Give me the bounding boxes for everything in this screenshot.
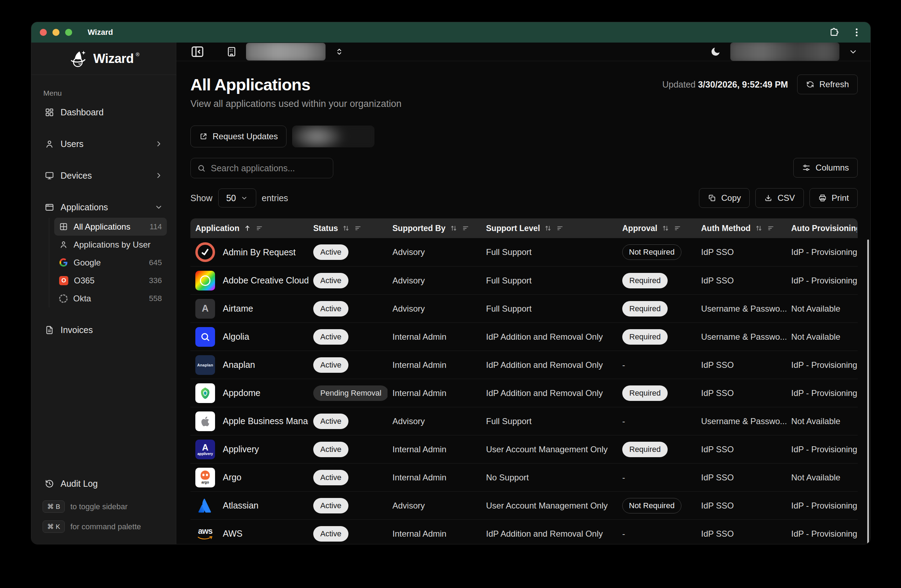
application-cell: Apple Business Manage bbox=[190, 411, 308, 431]
application-cell: Algolia bbox=[190, 327, 308, 347]
minimize-window-button[interactable] bbox=[53, 29, 59, 36]
status-badge: Required bbox=[622, 442, 668, 457]
table-row[interactable]: AppdomePending RemovalInternal AdminIdP … bbox=[190, 379, 858, 407]
status-cell: Active bbox=[308, 414, 388, 429]
column-header-auto-provisioning[interactable]: Auto Provisioning bbox=[786, 224, 857, 233]
vertical-scrollbar[interactable] bbox=[867, 240, 869, 544]
aws-wordmark: aws bbox=[198, 527, 212, 535]
page-title: All Applications bbox=[190, 75, 310, 94]
no-value-dash: - bbox=[622, 529, 625, 538]
status-badge: Required bbox=[622, 386, 668, 401]
approval-cell: Not Required bbox=[617, 244, 696, 260]
status-badge: Active bbox=[313, 498, 348, 513]
chevron-down-icon bbox=[155, 203, 163, 211]
sidebar-item-o365[interactable]: OO365336 bbox=[54, 272, 167, 289]
application-cell: AappliveryApplivery bbox=[190, 440, 308, 459]
sidebar-item-devices[interactable]: Devices bbox=[41, 166, 167, 185]
auto-provisioning-cell: Not Available bbox=[786, 332, 857, 342]
page-size-control: Show 50 entries bbox=[190, 188, 288, 207]
table-row[interactable]: awsAWSActiveInternal AdminIdP Addition a… bbox=[190, 520, 858, 544]
sidebar-item-label: Applications by User bbox=[73, 240, 162, 250]
filter-icon[interactable] bbox=[673, 224, 681, 232]
app-logo-algolia bbox=[195, 327, 215, 347]
sidebar-item-applications-by-user[interactable]: Applications by User bbox=[54, 236, 167, 254]
sidebar-item-all-applications[interactable]: All Applications114 bbox=[54, 218, 167, 236]
status-badge: Pending Removal bbox=[313, 386, 388, 401]
sidebar-item-applications[interactable]: Applications bbox=[41, 198, 167, 216]
status-badge: Active bbox=[313, 442, 348, 457]
download-icon bbox=[764, 194, 773, 202]
table-row[interactable]: argoArgoActiveInternal AdminNo Support-I… bbox=[190, 463, 858, 491]
table-row[interactable]: AappliveryAppliveryActiveInternal AdminU… bbox=[190, 435, 858, 463]
app-logo-argo: argo bbox=[195, 468, 215, 487]
column-header-support-level[interactable]: Support Level bbox=[481, 224, 617, 233]
filter-icon[interactable] bbox=[462, 224, 469, 232]
browser-menu-kebab-icon[interactable] bbox=[851, 27, 862, 37]
print-button[interactable]: Print bbox=[809, 188, 858, 208]
column-header-auth-method[interactable]: Auth Method bbox=[696, 224, 786, 233]
zoom-window-button[interactable] bbox=[65, 29, 72, 36]
column-header-supported-by[interactable]: Supported By bbox=[388, 224, 481, 233]
sidebar-item-dashboard[interactable]: Dashboard bbox=[41, 103, 167, 121]
supported-by-cell: Internal Admin bbox=[388, 360, 481, 370]
auto-provisioning-cell: Not Available bbox=[786, 473, 857, 482]
column-header-approval[interactable]: Approval bbox=[617, 224, 696, 233]
org-selector-redacted[interactable] bbox=[246, 43, 326, 61]
shortcut-command-palette: ⌘ K for command palette bbox=[41, 521, 167, 533]
chevron-down-icon[interactable] bbox=[848, 47, 858, 56]
supported-by-cell: Advisory bbox=[388, 247, 481, 257]
sort-icon bbox=[755, 224, 763, 232]
table-row[interactable]: AlgoliaActiveInternal AdminIdP Addition … bbox=[190, 322, 858, 351]
chevron-right-icon bbox=[155, 172, 163, 179]
sidebar-item-audit-log[interactable]: Audit Log bbox=[41, 474, 167, 493]
filter-icon[interactable] bbox=[767, 224, 775, 232]
sort-icon bbox=[662, 224, 669, 232]
app-logo-word: Anaplan bbox=[195, 355, 215, 375]
dark-mode-moon-icon[interactable] bbox=[710, 46, 721, 57]
adobe-cc-ring bbox=[200, 275, 210, 286]
filter-icon[interactable] bbox=[556, 224, 564, 232]
search-box[interactable] bbox=[190, 158, 333, 178]
chevrons-up-down-icon[interactable] bbox=[335, 47, 344, 56]
csv-download-button[interactable]: CSV bbox=[755, 188, 803, 208]
auto-provisioning-cell: IdP - Provisioning E bbox=[786, 501, 857, 511]
extensions-puzzle-icon[interactable] bbox=[829, 27, 839, 37]
column-header-status[interactable]: Status bbox=[308, 224, 388, 233]
auto-provisioning-cell: IdP - Provisioning E bbox=[786, 276, 857, 286]
table-row[interactable]: Apple Business ManageActiveAdvisoryFull … bbox=[190, 407, 858, 435]
sidebar-item-users[interactable]: Users bbox=[41, 135, 167, 153]
table-row[interactable]: Admin By RequestActiveAdvisoryFull Suppo… bbox=[190, 238, 858, 266]
table-row[interactable]: Adobe Creative CloudActiveAdvisoryFull S… bbox=[190, 266, 858, 294]
auto-provisioning-cell: IdP - Provisioning E bbox=[786, 529, 857, 539]
collapse-sidebar-icon[interactable] bbox=[190, 45, 204, 59]
request-updates-button[interactable]: Request Updates bbox=[190, 126, 287, 147]
search-input[interactable] bbox=[211, 163, 327, 173]
column-header-application[interactable]: Application bbox=[190, 224, 308, 233]
sidebar-item-label: Devices bbox=[61, 171, 148, 181]
status-cell: Active bbox=[308, 442, 388, 457]
table-row[interactable]: AnaplanAnaplanActiveInternal AdminIdP Ad… bbox=[190, 351, 858, 379]
filter-icon[interactable] bbox=[256, 224, 263, 232]
columns-button[interactable]: Columns bbox=[793, 158, 858, 177]
support-level-cell: Full Support bbox=[481, 416, 617, 426]
no-value-dash: - bbox=[622, 473, 625, 482]
sidebar-item-invoices[interactable]: Invoices bbox=[41, 321, 167, 339]
application-name: Apple Business Manage bbox=[223, 416, 308, 426]
table-row[interactable]: AAirtameActiveAdvisoryFull SupportRequir… bbox=[190, 294, 858, 322]
auth-method-cell: IdP SSO bbox=[696, 529, 786, 539]
sidebar-item-google[interactable]: Google645 bbox=[54, 254, 167, 272]
column-header-label: Status bbox=[313, 224, 338, 233]
filter-icon[interactable] bbox=[354, 224, 362, 232]
auto-provisioning-cell: IdP - Provisioning E bbox=[786, 247, 857, 257]
refresh-button[interactable]: Refresh bbox=[797, 75, 858, 94]
table-row[interactable]: AtlassianActiveAdvisoryUser Account Mana… bbox=[190, 491, 858, 520]
column-header-label: Support Level bbox=[486, 224, 540, 233]
redacted-action-button[interactable] bbox=[292, 126, 374, 147]
auth-method-cell: IdP SSO bbox=[696, 445, 786, 454]
application-cell: AAirtame bbox=[190, 299, 308, 319]
copy-button[interactable]: Copy bbox=[699, 188, 750, 208]
sidebar-item-okta[interactable]: Okta558 bbox=[54, 289, 167, 307]
account-name-redacted[interactable] bbox=[730, 42, 839, 61]
close-window-button[interactable] bbox=[40, 29, 47, 36]
page-size-select[interactable]: 50 bbox=[218, 188, 256, 207]
